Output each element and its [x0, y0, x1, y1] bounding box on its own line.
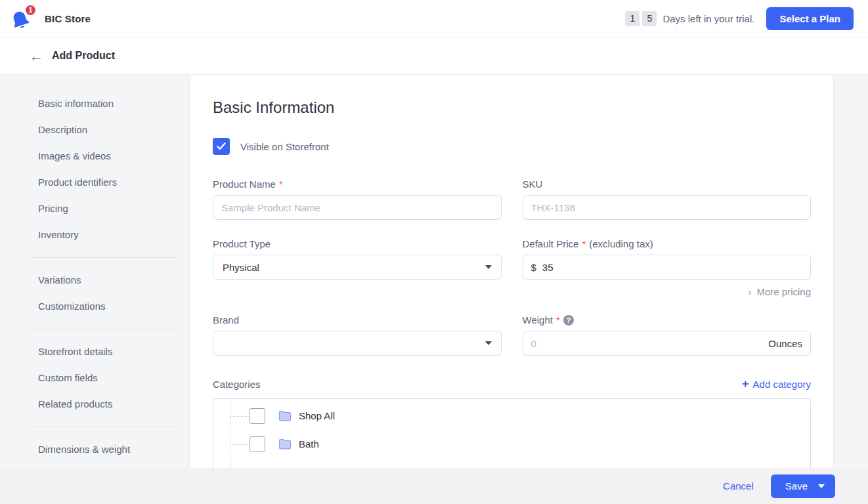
- product-type-value: Physical: [223, 262, 259, 273]
- brand-select[interactable]: [213, 331, 502, 356]
- trial-days-digit-1: 1: [625, 11, 640, 26]
- sidebar-divider: [30, 329, 177, 329]
- chevron-down-icon: [485, 341, 492, 345]
- sku-label: SKU: [523, 178, 812, 190]
- cancel-button[interactable]: Cancel: [723, 480, 754, 492]
- default-price-label: Default Price* (excluding tax): [523, 238, 812, 249]
- default-price-field[interactable]: $: [523, 255, 812, 280]
- back-arrow-icon[interactable]: ←: [30, 49, 52, 63]
- sidebar-item-pricing[interactable]: Pricing: [0, 196, 190, 222]
- category-name[interactable]: Bath: [299, 438, 319, 450]
- sidebar-item-related-products[interactable]: Related products: [0, 391, 190, 417]
- save-button[interactable]: Save: [771, 474, 835, 498]
- product-type-select[interactable]: Physical: [213, 255, 502, 280]
- currency-prefix: $: [531, 262, 536, 273]
- sidebar-item-images-videos[interactable]: Images & videos: [0, 143, 190, 169]
- sidebar-item-description[interactable]: Description: [0, 117, 190, 143]
- sidebar-divider: [30, 427, 177, 427]
- sidebar-item-variations[interactable]: Variations: [0, 267, 190, 293]
- notification-badge: 1: [24, 4, 37, 16]
- more-pricing-toggle[interactable]: › More pricing: [523, 286, 812, 297]
- trial-text: Days left in your trial.: [662, 13, 754, 24]
- save-button-label: Save: [785, 480, 808, 492]
- categories-label: Categories: [213, 379, 261, 390]
- add-category-label: Add category: [753, 379, 811, 390]
- weight-unit: Ounces: [768, 338, 802, 349]
- folder-icon: [278, 410, 292, 421]
- default-price-input[interactable]: [542, 262, 802, 273]
- help-icon[interactable]: ?: [563, 315, 574, 326]
- category-row-shop-all: Shop All: [213, 402, 810, 430]
- section-nav-sidebar: Basic information Description Images & v…: [0, 75, 190, 468]
- sidebar-item-inventory[interactable]: Inventory: [0, 222, 190, 248]
- page-title: Add Product: [52, 50, 115, 62]
- add-category-link[interactable]: + Add category: [742, 378, 811, 390]
- sidebar-divider: [30, 257, 177, 258]
- folder-icon: [278, 438, 292, 450]
- chevron-right-icon: ›: [748, 286, 751, 297]
- store-name: BIC Store: [45, 13, 91, 24]
- required-asterisk: *: [556, 314, 560, 326]
- category-name[interactable]: Shop All: [299, 410, 335, 421]
- action-footer: Cancel Save: [0, 468, 868, 504]
- more-pricing-label: More pricing: [756, 286, 811, 297]
- required-asterisk: *: [279, 178, 283, 190]
- store-logo[interactable]: 1: [9, 5, 35, 32]
- visible-on-storefront-label: Visible on Storefront: [240, 141, 329, 152]
- sidebar-item-dimensions-weight[interactable]: Dimensions & weight: [0, 436, 190, 463]
- brand-label: Brand: [213, 314, 502, 326]
- chevron-down-icon: [485, 265, 492, 269]
- plus-icon: +: [742, 378, 749, 390]
- weight-field[interactable]: Ounces: [523, 331, 812, 356]
- visible-on-storefront-checkbox[interactable]: [213, 138, 230, 155]
- category-checkbox-shop-all[interactable]: [250, 408, 265, 424]
- category-row-bath: Bath: [213, 430, 810, 458]
- sidebar-item-basic-information[interactable]: Basic information: [0, 91, 190, 117]
- page-header: ← Add Product: [0, 37, 868, 75]
- product-name-input[interactable]: [213, 195, 502, 220]
- checkmark-icon: [217, 142, 226, 150]
- required-asterisk: *: [582, 238, 586, 249]
- sidebar-item-shipping-details[interactable]: Shipping details: [0, 463, 190, 468]
- category-checkbox-bath[interactable]: [250, 436, 265, 452]
- sidebar-item-custom-fields[interactable]: Custom fields: [0, 365, 190, 391]
- category-tree: Shop All Bath: [213, 398, 811, 468]
- top-header: 1 BIC Store 1 5 Days left in your trial.…: [0, 0, 868, 37]
- product-name-label: Product Name*: [213, 178, 502, 190]
- product-type-label: Product Type: [213, 238, 502, 249]
- section-title: Basic Information: [213, 98, 811, 117]
- sidebar-item-product-identifiers[interactable]: Product identifiers: [0, 169, 190, 196]
- sidebar-item-customizations[interactable]: Customizations: [0, 293, 190, 320]
- sku-input[interactable]: [523, 195, 812, 220]
- save-dropdown-caret-icon[interactable]: [818, 484, 825, 488]
- basic-information-panel: Basic Information Visible on Storefront …: [190, 75, 833, 468]
- trial-days-digit-2: 5: [642, 11, 657, 26]
- weight-label: Weight* ?: [523, 314, 812, 326]
- default-price-note: (excluding tax): [589, 238, 653, 249]
- main-region: Basic information Description Images & v…: [0, 75, 868, 468]
- select-plan-button[interactable]: Select a Plan: [766, 7, 854, 30]
- sidebar-item-storefront-details[interactable]: Storefront details: [0, 339, 190, 365]
- weight-input[interactable]: [531, 338, 769, 349]
